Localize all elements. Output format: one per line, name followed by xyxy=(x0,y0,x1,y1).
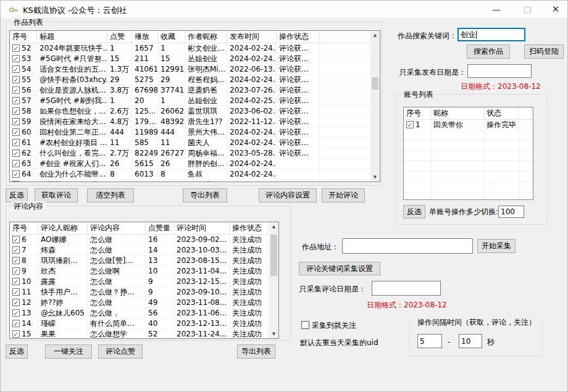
column-header[interactable]: 操作状态 xyxy=(277,31,320,43)
table-row[interactable]: ✓58如果你也想创业，...2.6万125...26062盖世琪琪2023-06… xyxy=(10,106,380,117)
row-checkbox[interactable]: ✓ xyxy=(12,257,20,264)
comments-invert-button[interactable]: 反选 xyxy=(6,344,28,359)
table-row[interactable]: ✓10露露怎么做92023-12-15...关注成功 xyxy=(10,277,278,287)
row-checkbox[interactable]: ✓ xyxy=(406,121,414,128)
accounts-table[interactable]: 序号昵称状态 ✓1回关带你操作完毕 xyxy=(403,107,533,200)
column-header[interactable]: 点赞 xyxy=(107,31,132,43)
row-checkbox[interactable]: ✓ xyxy=(12,107,20,115)
interval-max-input[interactable] xyxy=(459,334,482,348)
column-header[interactable]: 操作状态 xyxy=(230,222,268,234)
row-checkbox[interactable]: ✓ xyxy=(12,65,20,73)
column-header[interactable]: 播放 xyxy=(132,31,158,43)
row-checkbox[interactable]: ✓ xyxy=(12,44,20,52)
column-header[interactable]: 序号 xyxy=(404,107,431,119)
table-row[interactable]: ✓63#创业 #祝家人们...26561526胖胖的创...2024-02-24… xyxy=(10,159,380,169)
column-header[interactable]: 标题 xyxy=(37,31,107,43)
minimize-button[interactable]: — xyxy=(486,1,507,18)
table-row[interactable]: ✓522024年就要玩快手...116571彬文创业...2024-02-24.… xyxy=(10,43,380,54)
maximize-button[interactable] xyxy=(517,1,538,18)
row-checkbox[interactable]: ✓ xyxy=(12,181,20,182)
table-row[interactable]: ✓55@快手粉条(03xhcy...29527529程爸程妈...2024-02… xyxy=(10,75,380,85)
row-checkbox[interactable]: ✓ xyxy=(12,236,20,243)
close-button[interactable]: ✕ xyxy=(545,1,566,18)
column-header[interactable]: 状态 xyxy=(484,107,519,119)
scroll-up-icon[interactable]: ▲ xyxy=(269,222,278,231)
table-row[interactable]: ✓9欣杰怎么做啊102023-11-04...关注成功 xyxy=(10,266,278,277)
row-checkbox[interactable]: ✓ xyxy=(12,320,20,327)
search-keyword-input[interactable]: 创业 xyxy=(457,28,525,41)
table-row[interactable]: ✓57#5G时代 #刷到我...1201丛姐创业2024-02-25...评论获… xyxy=(10,96,380,106)
table-row[interactable]: ✓12婷??婷怎么做492023-11-08...关注成功 xyxy=(10,298,278,308)
start-collect-button[interactable]: 开始采集 xyxy=(477,239,516,253)
clear-list-button[interactable]: 清空列表 xyxy=(87,188,134,202)
table-row[interactable]: ✓7炜森怎么做142023-10-03...关注成功 xyxy=(10,245,278,256)
row-checkbox[interactable]: ✓ xyxy=(12,170,20,178)
column-header[interactable] xyxy=(519,107,532,119)
column-header[interactable]: 昵称 xyxy=(431,107,484,119)
search-works-button[interactable]: 搜索作品 xyxy=(467,44,510,59)
column-header[interactable]: 发布时间 xyxy=(227,31,277,43)
row-checkbox[interactable]: ✓ xyxy=(12,139,20,146)
row-checkbox[interactable]: ✓ xyxy=(12,160,20,167)
row-checkbox[interactable]: ✓ xyxy=(12,76,20,83)
row-checkbox[interactable]: ✓ xyxy=(12,128,20,136)
table-row[interactable]: ✓64创业为什么不能带...860138鱼叔2024-02-24... xyxy=(10,169,380,180)
table-row[interactable]: ✓62什么叫创业，看完...2.7万82249826727周杨幸福...2023… xyxy=(10,148,380,159)
column-header[interactable]: 评论人昵称 xyxy=(38,222,88,234)
scroll-up-icon[interactable]: ▲ xyxy=(370,31,380,40)
table-row[interactable]: ✓59疫情闲在家来给大...4.8万179...48392唐先生1??2022-… xyxy=(10,117,380,127)
table-row[interactable]: ✓11快手用户...怎么做？挣...92023-09-10...关注成功 xyxy=(10,287,278,298)
row-checkbox[interactable]: ✓ xyxy=(12,330,20,338)
like-comments-button[interactable]: 评论点赞 xyxy=(98,344,143,359)
table-row[interactable]: ✓13@幺妹儿605怎么做，562023-11-06...关注成功 xyxy=(10,308,278,319)
table-row[interactable]: ✓60回村创业第二年正...444119895444景州大伟...2024-02… xyxy=(10,127,380,138)
table-row[interactable]: ✓61#农村创业好项目 ...1158511菌夫人2024-02-24...评论… xyxy=(10,138,380,148)
export-comments-button[interactable]: 导出列表 xyxy=(237,344,275,359)
column-header[interactable]: 收藏 xyxy=(158,31,185,43)
row-checkbox[interactable]: ✓ xyxy=(12,288,20,296)
row-checkbox[interactable]: ✓ xyxy=(12,86,20,94)
keyword-collect-settings-button[interactable]: 评论关键词采集设置 xyxy=(299,262,380,275)
column-header[interactable]: 点赞量 xyxy=(146,222,174,234)
interval-min-input[interactable] xyxy=(417,334,442,348)
publish-date-input[interactable] xyxy=(467,64,532,78)
scroll-down-icon[interactable]: ▼ xyxy=(269,330,278,338)
work-url-input[interactable] xyxy=(342,238,473,254)
scan-login-button[interactable]: 扫码登陆 xyxy=(524,44,564,59)
row-checkbox[interactable]: ✓ xyxy=(12,278,20,285)
table-row[interactable]: ✓8琪琪播剧...怎么做[赞]...132023-08-15...关注成功 xyxy=(10,256,278,266)
column-header[interactable]: 评论内容 xyxy=(88,222,146,234)
row-checkbox[interactable]: ✓ xyxy=(12,118,20,125)
start-comment-button[interactable]: 开始评论 xyxy=(322,188,365,202)
row-checkbox[interactable]: ✓ xyxy=(12,55,20,62)
row-checkbox[interactable]: ✓ xyxy=(12,299,20,306)
comment-content-settings-button[interactable]: 评论内容设置 xyxy=(259,188,317,202)
account-switch-input[interactable] xyxy=(498,206,524,218)
get-comments-button[interactable]: 获取评论 xyxy=(35,188,78,202)
column-header[interactable]: 评论时间 xyxy=(174,222,230,234)
works-scrollbar-thumb[interactable] xyxy=(372,77,378,90)
follow-all-button[interactable]: 一键关注 xyxy=(45,344,92,359)
works-invert-button[interactable]: 反选 xyxy=(6,188,28,202)
row-checkbox[interactable]: ✓ xyxy=(12,309,20,317)
table-row[interactable]: ✓6AO娜娜怎么做162023-09-02...关注成功 xyxy=(10,235,278,245)
row-checkbox[interactable]: ✓ xyxy=(12,267,20,275)
works-table[interactable]: 序号标题点赞播放收藏作者昵称发布时间操作状态 ✓522024年就要玩快手...1… xyxy=(9,30,380,182)
table-row[interactable]: ✓56创业是资源人脉机...3.8万67698037741逆袭奶爸2023-07… xyxy=(10,85,380,96)
table-row[interactable]: ✓53#5G时代 #只管努...1521115丛姐创业2024-02-24...… xyxy=(10,54,380,64)
accounts-invert-button[interactable]: 反选 xyxy=(403,205,425,219)
comments-table-scrollbar[interactable]: ▲ ▼ xyxy=(269,222,278,338)
table-row[interactable]: ✓15果果怎么做想学522023-11-24...关注成功 xyxy=(10,329,278,339)
comments-scrollbar-thumb[interactable] xyxy=(270,235,277,276)
column-header[interactable]: 序号 xyxy=(10,222,38,234)
follow-on-collect-checkbox[interactable] xyxy=(301,321,309,329)
column-header[interactable]: 序号 xyxy=(10,31,37,43)
export-works-button[interactable]: 导出列表 xyxy=(183,188,227,202)
table-row[interactable]: ✓54适合女生创业的五...1.3万41061212991张明杰Mi...202… xyxy=(10,64,380,75)
row-checkbox[interactable]: ✓ xyxy=(12,246,20,254)
row-checkbox[interactable]: ✓ xyxy=(12,97,20,104)
row-checkbox[interactable]: ✓ xyxy=(12,149,20,157)
comments-table[interactable]: 序号评论人昵称评论内容点赞量评论时间操作状态 ✓6AO娜娜怎么做162023-0… xyxy=(9,222,279,339)
table-row[interactable]: ✓65怎样从零开始创业...2.1万67474020621网易财经2022-12… xyxy=(10,180,380,182)
scroll-down-icon[interactable]: ▼ xyxy=(370,173,380,181)
